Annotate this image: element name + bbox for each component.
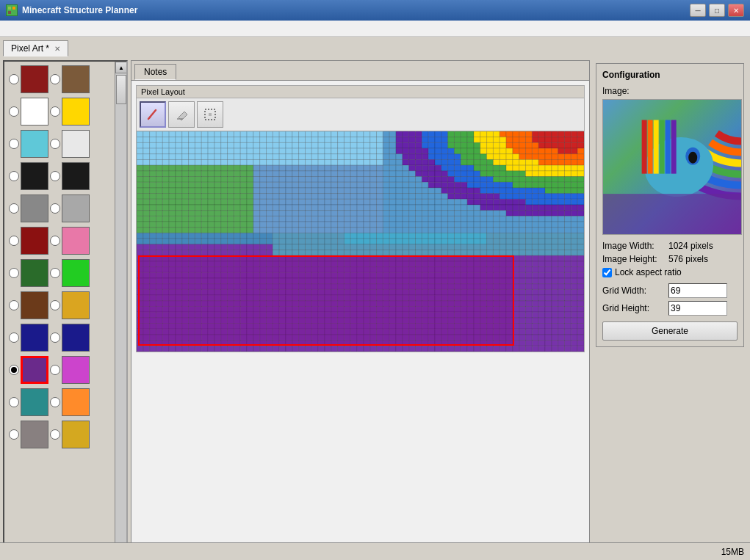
radio-dot-left[interactable] <box>9 139 19 149</box>
swatch-row <box>6 321 115 354</box>
color-swatch-left[interactable] <box>21 162 48 190</box>
image-field-label: Image: <box>602 86 668 96</box>
radio-dot-right[interactable] <box>50 268 60 278</box>
configuration-panel: Configuration Image: Image Width: 1024 p… <box>596 63 744 347</box>
notes-tab-bar: Notes <box>131 61 589 81</box>
configuration-title: Configuration <box>602 70 738 80</box>
lock-aspect-row: Lock aspect ratio <box>602 267 738 277</box>
svg-rect-4 <box>12 11 15 14</box>
image-height-row: Image Height: 576 pixels <box>602 254 738 264</box>
svg-rect-3 <box>8 11 11 14</box>
radio-dot-right[interactable] <box>50 300 60 310</box>
tab-notes[interactable]: Notes <box>134 64 176 80</box>
color-swatch-right[interactable] <box>62 324 90 352</box>
color-swatch-right[interactable] <box>62 194 90 222</box>
color-swatch-left[interactable] <box>21 227 48 255</box>
swatch-row <box>6 95 115 128</box>
radio-dot-left[interactable] <box>9 397 19 407</box>
color-swatch-right[interactable] <box>62 259 90 287</box>
swatch-row <box>6 418 115 451</box>
close-button[interactable]: ✕ <box>728 4 744 17</box>
tab-area: Pixel Art * ✕ <box>0 37 750 56</box>
radio-dot-left[interactable] <box>9 300 19 310</box>
svg-rect-2 <box>12 7 15 10</box>
window-controls: ─ □ ✕ <box>690 4 744 17</box>
color-swatch-right[interactable] <box>62 227 90 255</box>
maximize-button[interactable]: □ <box>709 4 725 17</box>
generate-button[interactable]: Generate <box>602 321 738 341</box>
radio-dot-left[interactable] <box>9 268 19 278</box>
color-swatch-left[interactable] <box>21 194 48 222</box>
color-swatch-left[interactable] <box>21 259 48 287</box>
grid-height-row: Grid Height: <box>602 301 738 316</box>
radio-dot-right[interactable] <box>50 171 60 181</box>
swatch-row <box>6 354 115 386</box>
image-preview <box>602 99 742 235</box>
scroll-bar[interactable]: ▲ ▼ <box>115 62 126 559</box>
radio-dot-right[interactable] <box>50 236 60 246</box>
radio-dot-left[interactable] <box>9 74 19 84</box>
scroll-thumb[interactable] <box>116 75 126 104</box>
radio-dot-left[interactable] <box>9 429 19 440</box>
radio-dot-right[interactable] <box>50 106 60 117</box>
image-height-label: Image Height: <box>602 254 668 264</box>
scroll-up-arrow[interactable]: ▲ <box>115 62 127 73</box>
color-swatch-left[interactable] <box>21 130 48 158</box>
color-swatch-right[interactable] <box>62 356 90 384</box>
color-swatch-right[interactable] <box>62 98 90 126</box>
image-label-row: Image: <box>602 86 738 96</box>
color-swatch-left[interactable] <box>21 98 48 126</box>
radio-dot-left[interactable] <box>9 365 19 375</box>
tab-notes-label: Notes <box>144 67 167 77</box>
color-swatch-right[interactable] <box>62 291 90 319</box>
radio-dot-left[interactable] <box>9 236 19 246</box>
pixel-grid-canvas[interactable] <box>137 131 584 352</box>
select-tool-button[interactable] <box>197 101 223 128</box>
radio-dot-right[interactable] <box>50 365 60 375</box>
color-swatch-left[interactable] <box>21 421 48 448</box>
swatch-row <box>6 289 115 321</box>
color-swatch-right[interactable] <box>62 421 90 448</box>
color-swatch-left[interactable] <box>21 324 48 352</box>
swatch-row <box>6 192 115 225</box>
color-swatch-right[interactable] <box>62 162 90 190</box>
radio-dot-right[interactable] <box>50 397 60 407</box>
grid-container[interactable] <box>137 131 584 352</box>
draw-tool-button[interactable] <box>140 101 166 128</box>
minimize-button[interactable]: ─ <box>690 4 706 17</box>
radio-dot-right[interactable] <box>50 203 60 214</box>
color-swatch-left[interactable] <box>21 388 48 416</box>
radio-dot-left[interactable] <box>9 171 19 181</box>
radio-dot-left[interactable] <box>9 106 19 117</box>
radio-dot-left[interactable] <box>9 332 19 343</box>
radio-dot-right[interactable] <box>50 332 60 343</box>
swatch-row <box>6 128 115 160</box>
swatch-row <box>6 160 115 192</box>
swatches-container <box>4 62 116 452</box>
color-swatch-right[interactable] <box>62 130 90 158</box>
lock-aspect-checkbox[interactable] <box>602 268 612 277</box>
title-bar: Minecraft Structure Planner ─ □ ✕ <box>0 0 750 21</box>
radio-dot-right[interactable] <box>50 139 60 149</box>
color-swatch-left[interactable] <box>21 65 48 93</box>
pixel-layout-label: Pixel Layout <box>141 87 185 96</box>
right-panel: Configuration Image: Image Width: 1024 p… <box>593 60 747 560</box>
lock-aspect-label[interactable]: Lock aspect ratio <box>615 267 682 277</box>
color-swatch-right[interactable] <box>62 65 90 93</box>
grid-width-row: Grid Width: <box>602 283 738 298</box>
color-swatch-right[interactable] <box>62 388 90 416</box>
radio-dot-left[interactable] <box>9 203 19 214</box>
tab-close-icon[interactable]: ✕ <box>54 45 60 53</box>
image-height-value: 576 pixels <box>668 254 708 264</box>
window-title: Minecraft Structure Planner <box>22 5 685 15</box>
color-swatch-left[interactable] <box>21 291 48 319</box>
grid-height-input[interactable] <box>668 301 727 316</box>
color-swatch-left[interactable] <box>21 356 48 384</box>
radio-dot-right[interactable] <box>50 429 60 440</box>
app-icon <box>6 4 18 16</box>
pixel-layout-title: Pixel Layout <box>137 86 584 98</box>
erase-tool-button[interactable] <box>168 101 195 128</box>
radio-dot-right[interactable] <box>50 74 60 84</box>
grid-width-input[interactable] <box>668 283 727 298</box>
tab-pixel-art[interactable]: Pixel Art * ✕ <box>3 40 68 57</box>
